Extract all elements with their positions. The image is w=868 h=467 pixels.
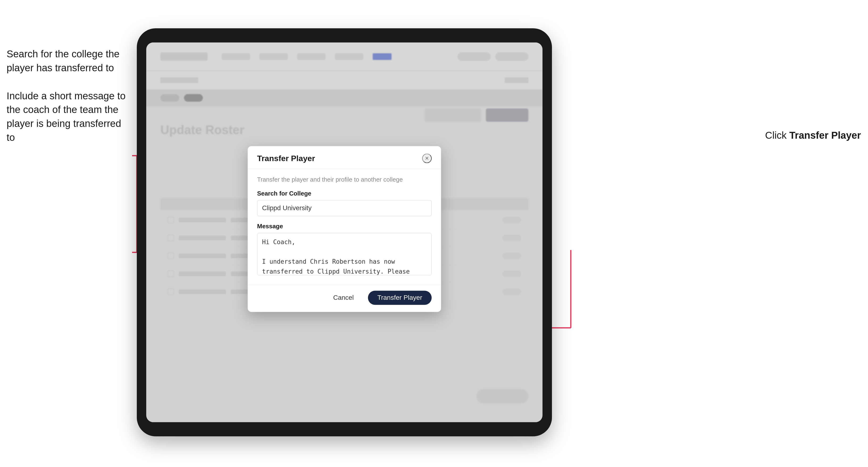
annotation-right-prefix: Click xyxy=(765,130,789,141)
modal-subtitle: Transfer the player and their profile to… xyxy=(257,176,432,183)
cancel-button[interactable]: Cancel xyxy=(324,290,362,305)
modal-footer: Cancel Transfer Player xyxy=(248,285,441,312)
modal-title: Transfer Player xyxy=(257,154,315,163)
annotation-right: Click Transfer Player xyxy=(765,130,861,141)
tablet-device: Update Roster xyxy=(137,28,552,436)
search-college-input[interactable] xyxy=(257,200,432,216)
message-textarea[interactable]: Hi Coach, I understand Chris Robertson h… xyxy=(257,233,432,275)
annotation-text-2: Include a short message to the coach of … xyxy=(7,89,129,145)
tablet-screen: Update Roster xyxy=(146,42,542,422)
annotation-text-1: Search for the college the player has tr… xyxy=(7,47,129,75)
modal-header: Transfer Player × xyxy=(248,146,441,169)
modal-body: Transfer the player and their profile to… xyxy=(248,169,441,285)
annotation-right-bold: Transfer Player xyxy=(789,130,861,141)
modal-close-button[interactable]: × xyxy=(422,154,432,163)
search-college-label: Search for College xyxy=(257,190,432,197)
annotation-left: Search for the college the player has tr… xyxy=(7,47,129,159)
transfer-player-modal: Transfer Player × Transfer the player an… xyxy=(248,146,441,312)
transfer-player-button[interactable]: Transfer Player xyxy=(368,290,432,305)
message-label: Message xyxy=(257,223,432,230)
